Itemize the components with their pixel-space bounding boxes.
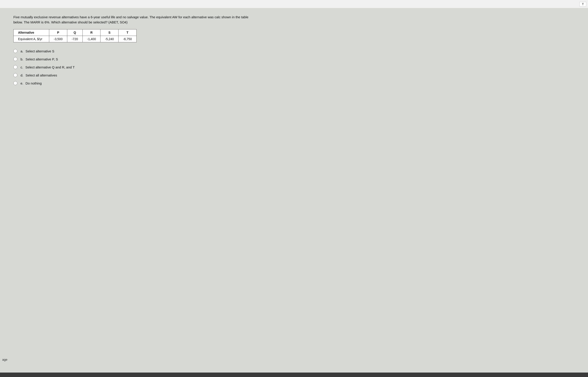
question-text: Five mutually exclusive revenue alternat…: [13, 15, 259, 25]
option-radio-0[interactable]: [13, 49, 17, 53]
option-item-4[interactable]: e.Do nothing: [13, 81, 579, 85]
table-cell: -1,400: [82, 36, 101, 42]
table-col-header: Alternative: [14, 29, 49, 36]
option-radio-4[interactable]: [13, 81, 17, 85]
table-cell: -6,750: [119, 36, 136, 42]
page-label: age: [2, 358, 7, 361]
option-letter-3: d.: [21, 73, 23, 77]
option-radio-1[interactable]: [13, 57, 17, 61]
top-bar: T: [0, 0, 588, 8]
main-content: Five mutually exclusive revenue alternat…: [0, 8, 588, 373]
option-radio-2[interactable]: [13, 65, 17, 69]
table-cell: -720: [67, 36, 82, 42]
option-letter-1: b.: [21, 57, 23, 61]
option-label-4: Do nothing: [26, 81, 42, 85]
table-header-row: AlternativePQRST: [14, 29, 136, 36]
option-radio-3[interactable]: [13, 73, 17, 77]
table-cell: Equivalent A, $/yr: [14, 36, 49, 42]
option-letter-2: c.: [21, 65, 23, 69]
table-cell: -3,500: [49, 36, 67, 42]
table-row: Equivalent A, $/yr-3,500-720-1,400-5,240…: [14, 36, 136, 42]
option-item-3[interactable]: d.Select all alternatives: [13, 73, 579, 77]
bottom-bar: [0, 373, 588, 377]
table-col-header: S: [101, 29, 119, 36]
option-label-1: Select alternative P, S: [26, 57, 58, 61]
option-label-2: Select alternative Q and R, and T: [25, 65, 75, 69]
option-item-1[interactable]: b.Select alternative P, S: [13, 57, 579, 61]
option-letter-4: e.: [21, 81, 23, 85]
option-item-0[interactable]: a.Select alternative S: [13, 49, 579, 53]
option-letter-0: a.: [21, 49, 23, 53]
table-col-header: T: [119, 29, 136, 36]
table-col-header: R: [82, 29, 101, 36]
option-item-2[interactable]: c.Select alternative Q and R, and T: [13, 65, 579, 69]
table-col-header: P: [49, 29, 67, 36]
table-cell: -5,240: [101, 36, 119, 42]
options-list: a.Select alternative Sb.Select alternati…: [13, 49, 579, 85]
table-col-header: Q: [67, 29, 82, 36]
option-label-3: Select all alternatives: [26, 73, 57, 77]
top-bar-button[interactable]: T: [579, 2, 586, 6]
table-body: Equivalent A, $/yr-3,500-720-1,400-5,240…: [14, 36, 136, 42]
table-header: AlternativePQRST: [14, 29, 136, 36]
option-label-0: Select alternative S: [26, 49, 54, 53]
data-table: AlternativePQRST Equivalent A, $/yr-3,50…: [13, 29, 136, 42]
